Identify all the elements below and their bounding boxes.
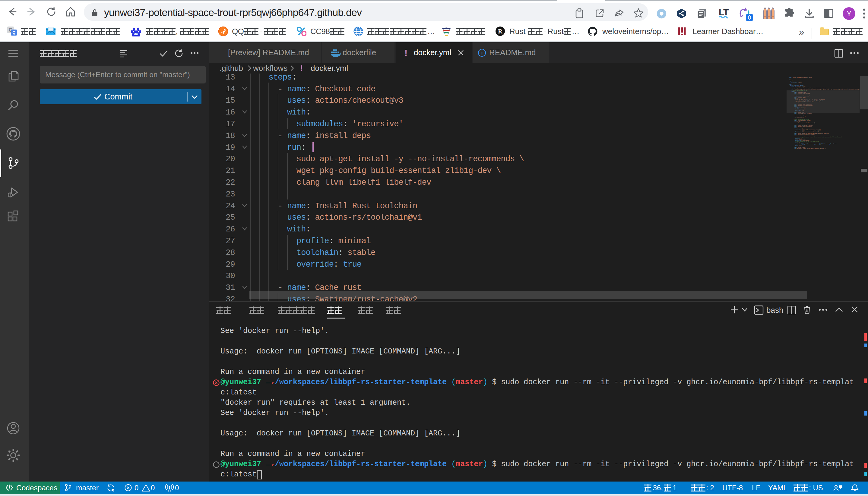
svg-text:0: 0 bbox=[748, 14, 751, 21]
svg-text:du: du bbox=[134, 32, 138, 36]
svg-text:R: R bbox=[498, 28, 503, 35]
